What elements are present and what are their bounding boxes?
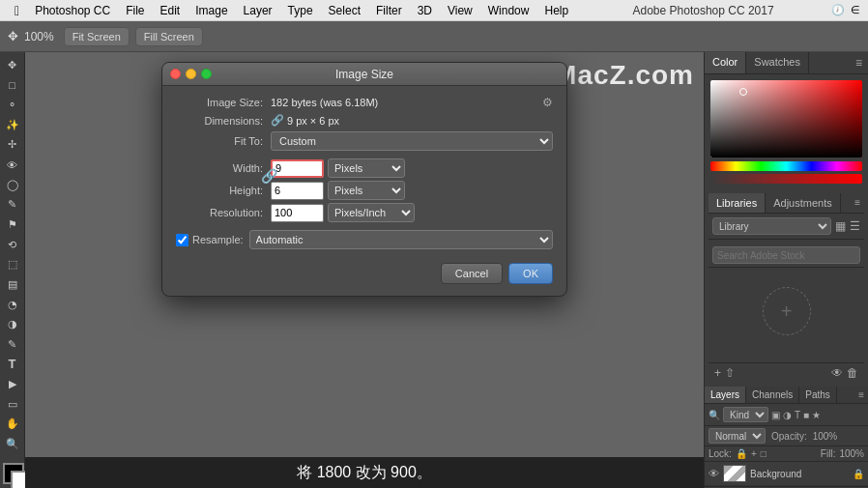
lock-all-icon[interactable]: 🔒 [736,448,747,459]
pen-tool[interactable]: ✎ [3,335,22,354]
text-tool[interactable]: T [3,356,22,374]
library-dropdown[interactable]: Library [712,217,831,235]
apple-menu[interactable]:  [8,0,26,21]
layer-visibility-icon[interactable]: 👁 [709,468,719,479]
library-search-input[interactable] [712,246,860,264]
height-unit-select[interactable]: Pixels Inches Percent [328,181,405,200]
filter-shape-icon[interactable]: ■ [803,410,809,420]
link-icon: 🔗 [271,114,284,127]
lib-add-icon[interactable]: + [714,366,721,380]
blend-mode-select[interactable]: Normal [709,428,766,444]
tab-paths[interactable]: Paths [799,387,837,403]
gear-icon[interactable]: ⚙ [542,96,553,109]
gradient-tool[interactable]: ▤ [3,275,22,294]
background-layer-row: 👁 Background 🔒 [705,462,868,486]
move-tool[interactable]: ✥ [3,56,22,74]
lib-upload-icon[interactable]: ⇧ [725,366,735,380]
dimensions-fields: 🔗 Width: Pixels Inches Percent [176,158,553,203]
resample-select[interactable]: Automatic Preserve Details Bicubic Bilin… [249,230,553,249]
alpha-bar[interactable] [710,174,862,184]
crop-tool[interactable]: ✢ [3,136,22,155]
layers-kind-select[interactable]: Kind [723,407,768,422]
chain-icon: 🔗 [261,168,277,184]
width-input[interactable] [271,159,324,178]
filter-pixel-icon[interactable]: ▣ [771,410,780,420]
close-button[interactable] [170,69,181,79]
dodge-tool[interactable]: ◑ [3,315,22,333]
layers-filter-icons: ▣ ◑ T ■ ★ [771,410,821,420]
color-gradient-area[interactable] [710,80,862,158]
library-grid-icon[interactable]: ▦ [835,219,846,233]
lib-trash-icon[interactable]: 🗑 [847,366,858,380]
magic-wand-tool[interactable]: ✨ [3,116,22,134]
layers-section: Layers Channels Paths ≡ 🔍 Kind ▣ ◑ T ■ ★ [705,387,868,488]
filter-text-icon[interactable]: T [795,410,800,420]
filter-smart-icon[interactable]: ★ [812,410,821,420]
menu-file[interactable]: File [119,0,151,21]
width-unit-select[interactable]: Pixels Inches Percent [328,158,405,178]
menu-photoshop[interactable]: Photoshop CC [28,0,117,21]
menu-3d[interactable]: 3D [411,0,439,21]
libraries-section: Libraries Adjustments ≡ Library ▦ ☰ + + … [705,189,868,387]
menu-type[interactable]: Type [281,0,320,21]
color-gradient [710,80,862,158]
layer-name: Background [750,469,849,479]
brush-tool[interactable]: ✎ [3,195,22,214]
width-label: Width: [176,162,263,174]
library-add-icon[interactable]: + [763,287,811,335]
hue-bar[interactable] [710,161,862,171]
resample-checkbox[interactable] [176,234,188,246]
zoom-tool[interactable]: 🔍 [3,435,22,453]
history-brush-tool[interactable]: ⟲ [3,236,22,254]
image-size-label: Image Size: [176,97,263,108]
dialog-titlebar: Image Size [162,63,566,86]
library-list-icon[interactable]: ☰ [850,219,860,233]
height-input-wrap: Pixels Inches Percent [271,181,405,200]
cancel-button[interactable]: Cancel [441,263,503,284]
layers-menu-icon[interactable]: ≡ [854,387,868,403]
eraser-tool[interactable]: ⬚ [3,255,22,273]
filter-adjust-icon[interactable]: ◑ [783,410,792,420]
menu-layer[interactable]: Layer [237,0,279,21]
blur-tool[interactable]: ◔ [3,296,22,314]
height-input[interactable] [271,182,324,200]
toolbar: ✥ 100% Fit Screen Fill Screen [0,21,868,52]
color-panel-menu-icon[interactable]: ≡ [850,52,868,73]
fill-screen-btn[interactable]: Fill Screen [135,27,203,46]
hand-tool[interactable]: ✋ [3,416,22,434]
fit-to-select[interactable]: Custom Original Size Screen Resolution [271,131,553,151]
menu-help[interactable]: Help [537,0,575,21]
left-toolbar: ✥ □ ⚬ ✨ ✢ 👁 ◯ ✎ ⚑ ⟲ ⬚ ▤ ◔ ◑ ✎ T ▶ ▭ ✋ 🔍 [0,52,25,488]
fit-screen-btn-1[interactable]: Fit Screen [64,27,130,46]
tab-layers[interactable]: Layers [705,387,746,403]
tab-swatches[interactable]: Swatches [746,52,809,73]
height-label: Height: [176,185,263,196]
ok-button[interactable]: OK [508,263,553,284]
menu-view[interactable]: View [441,0,479,21]
lib-eye-icon[interactable]: 👁 [831,366,843,380]
menu-edit[interactable]: Edit [154,0,188,21]
lock-position-icon[interactable]: + [751,448,757,459]
shape-tool[interactable]: ▭ [3,395,22,414]
path-selection-tool[interactable]: ▶ [3,375,22,393]
eyedropper-tool[interactable]: 👁 [3,156,22,174]
lasso-tool[interactable]: ⚬ [3,96,22,114]
resolution-input[interactable] [271,204,324,222]
healing-brush-tool[interactable]: ◯ [3,176,22,194]
move-tool-icon[interactable]: ✥ [8,29,18,43]
lock-artboard-icon[interactable]: □ [761,448,767,459]
marquee-tool[interactable]: □ [3,76,22,95]
menu-select[interactable]: Select [322,0,367,21]
resolution-unit-select[interactable]: Pixels/Inch Pixels/Cm [328,203,415,222]
menu-filter[interactable]: Filter [369,0,409,21]
maximize-button[interactable] [201,69,212,79]
tab-adjustments[interactable]: Adjustments [766,193,841,213]
clone-stamp-tool[interactable]: ⚑ [3,215,22,234]
tab-color[interactable]: Color [705,52,746,73]
menu-image[interactable]: Image [188,0,234,21]
tab-libraries[interactable]: Libraries [709,193,766,213]
minimize-button[interactable] [186,69,196,79]
libraries-menu-icon[interactable]: ≡ [851,193,864,213]
menu-window[interactable]: Window [481,0,536,21]
tab-channels[interactable]: Channels [746,387,799,403]
